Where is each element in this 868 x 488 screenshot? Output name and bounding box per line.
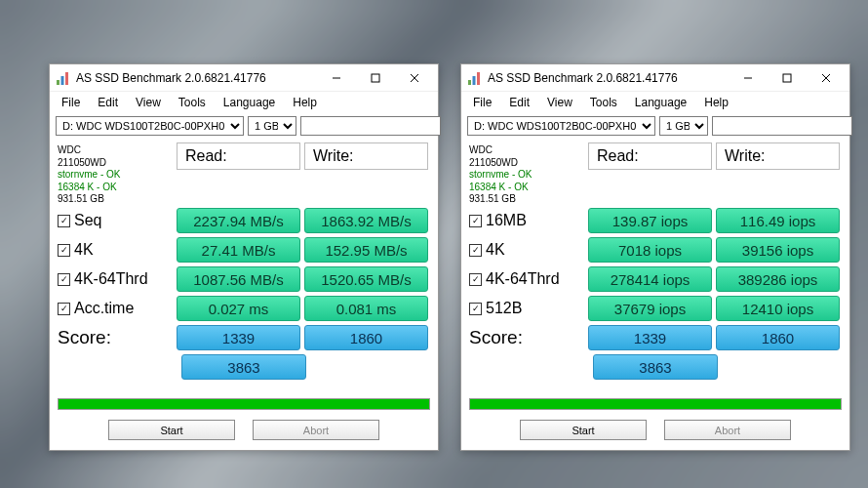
test-size-select[interactable]: 1 GB (248, 116, 296, 136)
score-write: 1860 (304, 325, 428, 350)
drive-driver-status: stornvme - OK (58, 169, 175, 182)
menu-item-tools[interactable]: Tools (171, 94, 214, 111)
read-value: 37679 iops (588, 296, 712, 321)
score-total: 3863 (593, 354, 718, 380)
close-button[interactable] (395, 65, 434, 91)
write-value: 389286 iops (716, 266, 840, 292)
drive-info: WDC 211050WD stornvme - OK 16384 K - OK … (469, 142, 586, 206)
minimize-button[interactable] (317, 65, 356, 91)
drive-capacity: 931.51 GB (469, 193, 586, 206)
start-button[interactable]: Start (108, 420, 235, 440)
menu-item-file[interactable]: File (465, 94, 499, 111)
maximize-button[interactable] (768, 65, 807, 91)
maximize-icon (371, 73, 380, 83)
write-value: 0.081 ms (304, 296, 428, 321)
menu-item-language[interactable]: Language (216, 94, 283, 111)
row-label: ✓ Seq (58, 212, 175, 229)
content-area: WDC 211050WD stornvme - OK 16384 K - OK … (50, 139, 438, 388)
row-checkbox[interactable]: ✓ (469, 303, 482, 315)
app-window: AS SSD Benchmark 2.0.6821.41776 FileEdit… (460, 63, 850, 451)
app-window: AS SSD Benchmark 2.0.6821.41776 FileEdit… (49, 63, 439, 451)
row-label-text: 16MB (486, 212, 527, 229)
score-total: 3863 (181, 354, 306, 380)
drive-number: 211050WD (58, 157, 175, 170)
row-label-text: 4K (74, 241, 94, 259)
row-label: ✓ 16MB (469, 212, 586, 229)
menu-item-view[interactable]: View (128, 94, 169, 111)
test-row: ✓ 4K 7018 iops 39156 iops (469, 236, 842, 264)
toolbar: D: WDC WDS100T2B0C-00PXH0 1 GB (461, 113, 849, 139)
write-column-header: Write: (716, 142, 840, 170)
svg-rect-9 (477, 72, 480, 85)
test-row: ✓ 512B 37679 iops 12410 iops (469, 295, 842, 322)
write-value: 116.49 iops (716, 208, 840, 233)
test-size-select[interactable]: 1 GB (659, 116, 708, 136)
drive-number: 211050WD (469, 157, 586, 170)
drive-model: WDC (58, 144, 175, 157)
menu-item-language[interactable]: Language (627, 94, 694, 111)
menu-item-help[interactable]: Help (285, 94, 325, 111)
app-icon (56, 70, 71, 86)
test-row: ✓ 4K-64Thrd 1087.56 MB/s 1520.65 MB/s (58, 265, 430, 293)
read-column-header: Read: (588, 142, 712, 170)
score-read: 1339 (177, 325, 300, 350)
app-icon (467, 70, 483, 86)
row-checkbox[interactable]: ✓ (58, 273, 70, 286)
svg-rect-0 (57, 80, 59, 85)
test-row: ✓ 4K-64Thrd 278414 iops 389286 iops (469, 265, 842, 293)
test-row: ✓ 4K 27.41 MB/s 152.95 MB/s (58, 236, 430, 264)
menu-item-tools[interactable]: Tools (582, 94, 625, 111)
minimize-icon (332, 73, 341, 83)
button-row: Start Abort (461, 416, 849, 450)
row-label-text: 4K-64Thrd (74, 270, 148, 288)
menu-item-edit[interactable]: Edit (501, 94, 537, 111)
drive-driver-status: stornvme - OK (469, 169, 586, 182)
read-value: 27.41 MB/s (177, 237, 300, 263)
read-value: 7018 iops (588, 237, 712, 263)
menu-item-edit[interactable]: Edit (90, 94, 126, 111)
svg-rect-8 (473, 76, 476, 85)
minimize-button[interactable] (729, 65, 768, 91)
row-checkbox[interactable]: ✓ (469, 215, 482, 227)
write-value: 1520.65 MB/s (304, 266, 428, 292)
progress-bar (58, 398, 430, 410)
drive-align-status: 16384 K - OK (58, 182, 175, 194)
close-button[interactable] (807, 65, 846, 91)
read-value: 0.027 ms (177, 296, 300, 321)
titlebar[interactable]: AS SSD Benchmark 2.0.6821.41776 (461, 64, 849, 92)
write-value: 12410 iops (716, 296, 840, 321)
row-label: ✓ 512B (469, 300, 586, 317)
row-label-text: 4K-64Thrd (486, 270, 560, 288)
drive-info: WDC 211050WD stornvme - OK 16384 K - OK … (58, 142, 175, 206)
row-label-text: Acc.time (74, 300, 134, 317)
row-label-text: 4K (486, 241, 505, 259)
row-checkbox[interactable]: ✓ (58, 215, 70, 227)
score-label: Score: (58, 327, 175, 348)
status-textbox[interactable] (712, 116, 852, 136)
row-checkbox[interactable]: ✓ (58, 244, 70, 257)
write-column-header: Write: (304, 142, 428, 170)
row-checkbox[interactable]: ✓ (469, 244, 482, 257)
test-row: ✓ Acc.time 0.027 ms 0.081 ms (58, 295, 430, 322)
row-checkbox[interactable]: ✓ (58, 303, 70, 315)
drive-model: WDC (469, 144, 586, 157)
titlebar[interactable]: AS SSD Benchmark 2.0.6821.41776 (50, 64, 438, 92)
maximize-button[interactable] (356, 65, 395, 91)
svg-rect-11 (783, 74, 791, 82)
start-button[interactable]: Start (520, 420, 647, 440)
content-area: WDC 211050WD stornvme - OK 16384 K - OK … (461, 139, 849, 388)
menu-item-view[interactable]: View (539, 94, 580, 111)
menu-item-help[interactable]: Help (696, 94, 736, 111)
drive-capacity: 931.51 GB (58, 193, 175, 206)
abort-button[interactable]: Abort (664, 420, 791, 440)
abort-button[interactable]: Abort (253, 420, 379, 440)
status-textbox[interactable] (300, 116, 441, 136)
test-row: ✓ 16MB 139.87 iops 116.49 iops (469, 207, 842, 234)
row-label: ✓ 4K-64Thrd (58, 270, 175, 288)
drive-select[interactable]: D: WDC WDS100T2B0C-00PXH0 (467, 116, 655, 136)
drive-select[interactable]: D: WDC WDS100T2B0C-00PXH0 (56, 116, 244, 136)
svg-rect-2 (65, 72, 68, 85)
row-checkbox[interactable]: ✓ (469, 273, 482, 286)
menu-item-file[interactable]: File (54, 94, 88, 111)
maximize-icon (782, 73, 792, 83)
